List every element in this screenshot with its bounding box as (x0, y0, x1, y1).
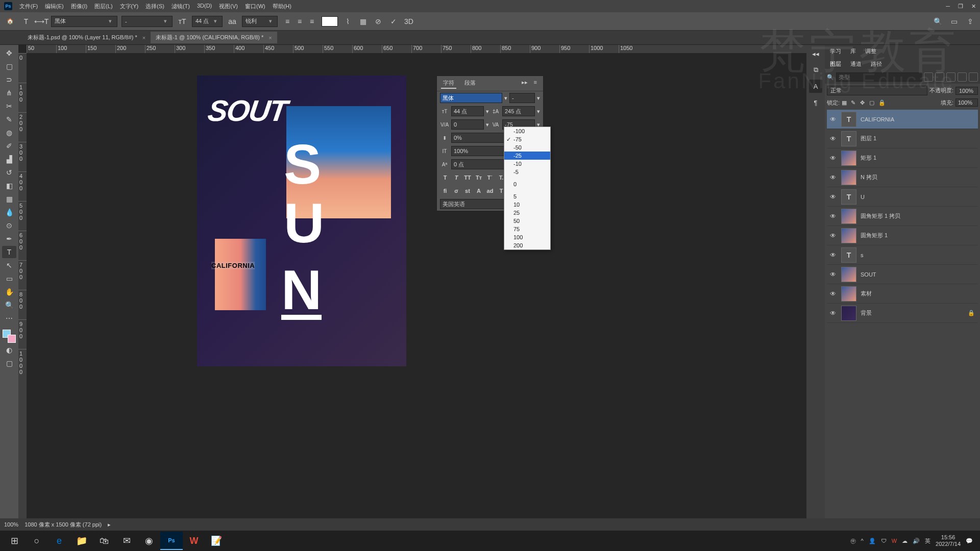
italic-btn[interactable]: T (451, 173, 461, 182)
dropdown-option[interactable]: 0 (504, 180, 550, 188)
wand-tool[interactable]: ⋔ (2, 87, 16, 99)
st-btn[interactable]: st (462, 186, 473, 195)
layer-thumb[interactable]: T (841, 112, 856, 127)
layer-row[interactable]: 👁 素材 (827, 284, 978, 304)
history-brush-tool[interactable]: ↺ (2, 166, 16, 179)
char-panel-icon[interactable]: ▦ (357, 16, 369, 27)
expand-panels-icon[interactable]: ◂◂ (809, 47, 822, 60)
close-icon[interactable]: ✕ (971, 3, 976, 10)
visibility-icon[interactable]: 👁 (830, 271, 837, 278)
menu-select[interactable]: 选择(S) (142, 1, 167, 12)
char-mini-icon[interactable]: A (809, 80, 822, 93)
layer-row[interactable]: 👁 矩形 1 (827, 148, 978, 168)
layer-thumb[interactable]: T (841, 189, 856, 205)
menu-edit[interactable]: 编辑(E) (42, 1, 67, 12)
char-size[interactable]: 44 点 (451, 106, 484, 116)
ruler-horizontal[interactable]: 5010015020025030035040045050055060065070… (27, 45, 806, 53)
dropdown-option[interactable]: 100 (504, 233, 550, 241)
zoom-tool[interactable]: 🔍 (2, 299, 16, 311)
fill-select[interactable]: 100% (955, 98, 978, 107)
menu-view[interactable]: 视图(V) (216, 1, 241, 12)
tab-channels[interactable]: 通道 (848, 59, 864, 69)
photoshop-taskbar-icon[interactable]: Ps (160, 532, 183, 550)
minimize-icon[interactable]: ─ (946, 3, 950, 10)
search-icon[interactable]: 🔍 (932, 16, 943, 27)
dropdown-option[interactable]: -75 (504, 135, 550, 143)
sigma-btn[interactable]: σ (451, 186, 461, 195)
taskbar-clock[interactable]: 15:562022/7/14 (936, 534, 961, 547)
filter-pixel-icon[interactable] (924, 72, 933, 82)
layer-thumb[interactable] (841, 306, 856, 321)
edge-icon[interactable]: e (48, 532, 70, 550)
hand-tool[interactable]: ✋ (2, 286, 16, 298)
layer-row[interactable]: 👁 圆角矩形 1 拷贝 (827, 207, 978, 226)
align-left-icon[interactable]: ≡ (282, 16, 293, 27)
dropdown-option[interactable]: -100 (504, 127, 550, 135)
workspace-icon[interactable]: ▭ (948, 16, 960, 27)
dropdown-option[interactable]: -25 (504, 152, 550, 160)
ad-btn[interactable]: ad (485, 186, 495, 195)
warp-text-icon[interactable]: ⌇ (342, 16, 353, 27)
layer-thumb[interactable]: T (841, 131, 856, 146)
layer-name[interactable]: N 拷贝 (861, 173, 975, 181)
dropdown-option[interactable]: 10 (504, 201, 550, 209)
canvas-area[interactable]: 5010015020025030035040045050055060065070… (18, 45, 806, 539)
layer-row[interactable]: 👁 圆角矩形 1 (827, 226, 978, 245)
opacity-select[interactable]: 100% (955, 87, 978, 95)
lock-paint-icon[interactable]: ✎ (851, 99, 858, 106)
dropdown-option[interactable]: -50 (504, 143, 550, 152)
visibility-icon[interactable]: 👁 (830, 213, 837, 220)
char-leading[interactable]: 245 点 (502, 106, 535, 116)
ruler-vertical[interactable]: 01002003004005006007008009001000 (18, 53, 27, 539)
notepad-icon[interactable]: 📝 (205, 532, 228, 550)
tray-up-icon[interactable]: ^ (861, 538, 864, 544)
stamp-tool[interactable]: ▟ (2, 153, 16, 165)
tab-library[interactable]: 库 (848, 46, 858, 57)
layer-thumb[interactable] (841, 151, 856, 166)
commit-icon[interactable]: ✓ (388, 16, 399, 27)
dropdown-option[interactable]: -5 (504, 168, 550, 176)
path-select-tool[interactable]: ↖ (2, 259, 16, 271)
dropdown-option[interactable]: 25 (504, 209, 550, 217)
tab-layers[interactable]: 图层 (828, 59, 843, 69)
dropdown-option[interactable]: 75 (504, 225, 550, 233)
close-tab-icon[interactable]: × (268, 35, 272, 41)
tray-input-icon[interactable]: ㊥ (850, 537, 856, 545)
menu-type[interactable]: 文字(Y) (117, 1, 142, 12)
close-tab-icon[interactable]: × (142, 35, 145, 41)
visibility-icon[interactable]: 👁 (830, 252, 837, 259)
layer-thumb[interactable] (841, 267, 856, 282)
zoom-value[interactable]: 100% (4, 521, 18, 528)
font-size-select[interactable]: 44 点▾ (192, 16, 223, 27)
doc-info[interactable]: 1080 像素 x 1500 像素 (72 ppi) (24, 521, 102, 529)
layer-thumb[interactable]: T (841, 247, 856, 263)
dropdown-option[interactable]: 50 (504, 217, 550, 225)
paragraph-tab[interactable]: 段落 (462, 78, 478, 89)
tray-shield-icon[interactable]: 🛡 (881, 538, 887, 544)
layer-thumb[interactable] (841, 170, 856, 185)
menu-window[interactable]: 窗口(W) (242, 1, 268, 12)
notifications-icon[interactable]: 💬 (966, 538, 973, 544)
blend-mode-select[interactable]: 正常 (827, 86, 927, 95)
layer-name[interactable]: 图层 1 (861, 135, 975, 142)
layer-row[interactable]: 👁 SOUT (827, 265, 978, 284)
filter-type-icon[interactable] (946, 72, 955, 82)
home-icon[interactable]: 🏠 (4, 15, 16, 28)
visibility-icon[interactable]: 👁 (830, 193, 837, 201)
document-canvas[interactable]: SOUT S U N CALIFORNIA (197, 76, 406, 366)
lock-trans-icon[interactable]: ▦ (842, 99, 849, 106)
layer-thumb[interactable] (841, 209, 856, 224)
california-text[interactable]: CALIFORNIA (211, 262, 255, 269)
layer-row[interactable]: 👁 T 图层 1 (827, 129, 978, 148)
menu-help[interactable]: 帮助(H) (270, 1, 295, 12)
collapse-icon[interactable]: ▸▸ (520, 78, 530, 89)
layer-name[interactable]: 矩形 1 (861, 154, 975, 162)
visibility-icon[interactable]: 👁 (830, 232, 837, 239)
store-icon[interactable]: 🛍 (93, 532, 115, 550)
lock-all-icon[interactable]: 🔒 (878, 99, 886, 106)
layer-row[interactable]: 👁 T CALIFORNIA (827, 110, 978, 129)
pen-tool[interactable]: ✒ (2, 233, 16, 245)
menu-filter[interactable]: 滤镜(T) (168, 1, 193, 12)
move-tool[interactable]: ✥ (2, 47, 16, 59)
caps-btn[interactable]: TT (462, 173, 473, 182)
